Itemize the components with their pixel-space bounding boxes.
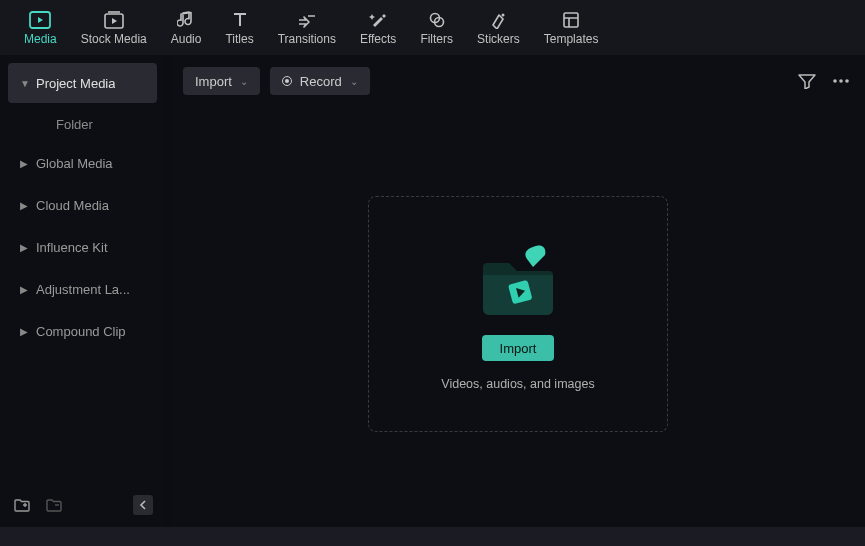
sidebar-item-influence-kit[interactable]: ▶ Influence Kit — [8, 227, 157, 267]
nav-label: Transitions — [278, 32, 336, 46]
nav-label: Audio — [171, 32, 202, 46]
svg-point-9 — [839, 79, 843, 83]
dropzone-hint: Videos, audios, and images — [441, 377, 594, 391]
titles-icon — [229, 10, 251, 30]
nav-label: Templates — [544, 32, 599, 46]
transitions-icon — [296, 10, 318, 30]
record-icon — [282, 76, 292, 86]
content-panel: Import ⌄ Record ⌄ — [171, 55, 865, 527]
nav-templates[interactable]: Templates — [544, 10, 599, 46]
nav-media[interactable]: Media — [24, 10, 57, 46]
filter-button[interactable] — [795, 69, 819, 93]
nav-audio[interactable]: Audio — [171, 10, 202, 46]
nav-transitions[interactable]: Transitions — [278, 10, 336, 46]
record-dropdown[interactable]: Record ⌄ — [270, 67, 370, 95]
filters-icon — [426, 10, 448, 30]
svg-marker-3 — [112, 18, 117, 24]
sidebar-item-label: Project Media — [36, 76, 115, 91]
delete-folder-button[interactable] — [44, 495, 64, 515]
nav-stock-media[interactable]: Stock Media — [81, 10, 147, 46]
audio-icon — [175, 10, 197, 30]
chevron-down-icon: ⌄ — [240, 76, 248, 87]
nav-label: Media — [24, 32, 57, 46]
sidebar-item-cloud-media[interactable]: ▶ Cloud Media — [8, 185, 157, 225]
bottom-strip — [0, 527, 865, 546]
nav-label: Stock Media — [81, 32, 147, 46]
import-label: Import — [195, 74, 232, 89]
new-folder-button[interactable] — [12, 495, 32, 515]
sidebar-footer — [8, 491, 157, 519]
sidebar-items: ▼ Project Media Folder ▶ Global Media ▶ … — [8, 63, 157, 491]
nav-titles[interactable]: Titles — [225, 10, 253, 46]
nav-label: Titles — [225, 32, 253, 46]
import-button[interactable]: Import — [482, 335, 555, 361]
sidebar-item-global-media[interactable]: ▶ Global Media — [8, 143, 157, 183]
import-dropdown[interactable]: Import ⌄ — [183, 67, 260, 95]
folder-illustration-icon — [473, 237, 563, 323]
top-nav: Media Stock Media Audio Titles Transitio… — [0, 0, 865, 55]
sidebar-item-adjustment-layer[interactable]: ▶ Adjustment La... — [8, 269, 157, 309]
import-button-label: Import — [500, 341, 537, 356]
nav-label: Filters — [420, 32, 453, 46]
import-dropzone[interactable]: Import Videos, audios, and images — [368, 196, 668, 432]
svg-rect-7 — [564, 13, 578, 27]
main: ▼ Project Media Folder ▶ Global Media ▶ … — [0, 55, 865, 527]
sidebar-item-compound-clip[interactable]: ▶ Compound Clip — [8, 311, 157, 351]
chevron-down-icon: ⌄ — [350, 76, 358, 87]
content-toolbar: Import ⌄ Record ⌄ — [171, 61, 865, 101]
sidebar-child-folder[interactable]: Folder — [8, 105, 157, 143]
svg-point-8 — [833, 79, 837, 83]
svg-point-10 — [845, 79, 849, 83]
more-options-button[interactable] — [829, 69, 853, 93]
sidebar-item-project-media[interactable]: ▼ Project Media — [8, 63, 157, 103]
sidebar: ▼ Project Media Folder ▶ Global Media ▶ … — [0, 55, 165, 527]
nav-label: Stickers — [477, 32, 520, 46]
nav-filters[interactable]: Filters — [420, 10, 453, 46]
collapse-sidebar-button[interactable] — [133, 495, 153, 515]
record-label: Record — [300, 74, 342, 89]
sidebar-item-label: Influence Kit — [36, 240, 108, 255]
sidebar-item-label: Compound Clip — [36, 324, 126, 339]
nav-effects[interactable]: Effects — [360, 10, 396, 46]
chevron-right-icon: ▶ — [20, 242, 28, 253]
stickers-icon — [487, 10, 509, 30]
chevron-right-icon: ▶ — [20, 158, 28, 169]
templates-icon — [560, 10, 582, 30]
effects-icon — [367, 10, 389, 30]
chevron-down-icon: ▼ — [20, 78, 28, 89]
nav-label: Effects — [360, 32, 396, 46]
chevron-right-icon: ▶ — [20, 326, 28, 337]
sidebar-item-label: Adjustment La... — [36, 282, 130, 297]
sidebar-item-label: Global Media — [36, 156, 113, 171]
content-body: Import Videos, audios, and images — [171, 101, 865, 527]
nav-stickers[interactable]: Stickers — [477, 10, 520, 46]
stock-media-icon — [103, 10, 125, 30]
sidebar-item-label: Cloud Media — [36, 198, 109, 213]
chevron-right-icon: ▶ — [20, 200, 28, 211]
svg-point-6 — [502, 13, 505, 16]
svg-marker-1 — [38, 17, 43, 23]
media-icon — [29, 10, 51, 30]
sidebar-child-label: Folder — [56, 117, 93, 132]
chevron-right-icon: ▶ — [20, 284, 28, 295]
